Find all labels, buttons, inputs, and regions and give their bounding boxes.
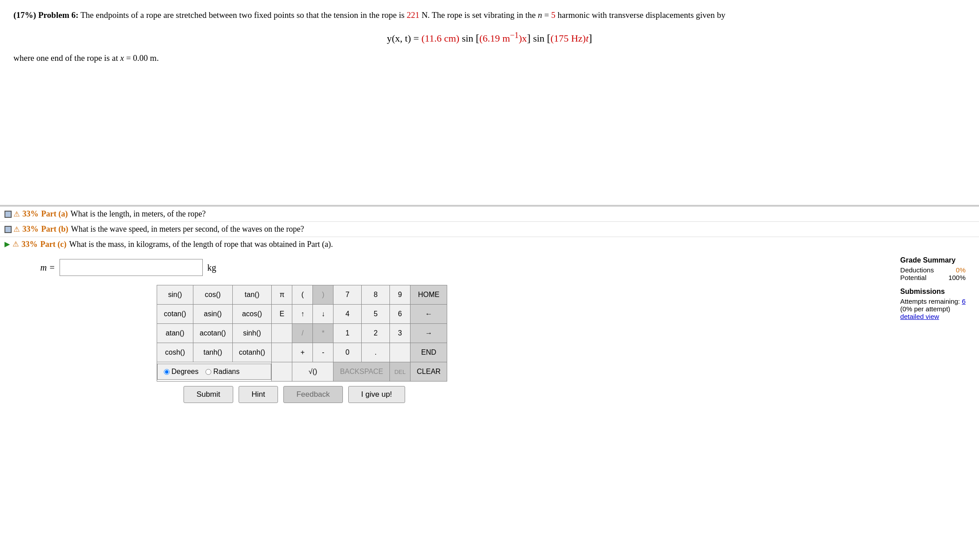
btn-empty2 [272, 343, 292, 362]
btn-divide[interactable]: / [292, 324, 312, 343]
btn-dot[interactable]: . [362, 343, 389, 362]
btn-pi[interactable]: π [272, 285, 292, 304]
btn-down[interactable]: ↓ [313, 305, 333, 323]
feedback-button[interactable]: Feedback [283, 386, 343, 403]
input-variable-label: m = [40, 263, 55, 273]
degrees-text: Degrees [171, 368, 198, 376]
btn-tan[interactable]: tan() [233, 285, 272, 304]
btn-asin[interactable]: asin() [193, 305, 232, 323]
part-b-label: Part (b) [41, 225, 68, 234]
n-label: n [538, 10, 542, 20]
btn-end[interactable]: END [410, 343, 447, 362]
btn-acotan[interactable]: acotan() [193, 324, 232, 343]
btn-6[interactable]: 6 [390, 305, 410, 323]
part-c-text: What is the mass, in kilograms, of the l… [69, 240, 333, 249]
part-a-checkbox-icon [4, 211, 12, 218]
degree-radians-row: Degrees Radians [157, 364, 271, 380]
btn-backspace[interactable]: BACKSPACE [333, 362, 389, 381]
part-b-warning-icon: ⚠ [13, 225, 20, 233]
formula-sin1: sin [459, 33, 476, 44]
grade-deductions-row: Deductions 0% [900, 266, 966, 274]
btn-sin[interactable]: sin() [157, 285, 193, 304]
calc-row-4: cosh() tanh() cotanh() + - 0 . END [157, 343, 447, 362]
radians-radio[interactable] [205, 369, 211, 375]
detail-link[interactable]: detailed view [900, 313, 939, 320]
btn-E[interactable]: E [272, 305, 292, 323]
btn-tanh[interactable]: tanh() [193, 343, 232, 362]
degrees-label[interactable]: Degrees [164, 368, 198, 376]
btn-sqrt[interactable]: √() [292, 362, 333, 381]
give-up-button[interactable]: I give up! [348, 386, 405, 403]
part-b-text: What is the wave speed, in meters per se… [71, 225, 304, 234]
formula-bracket-open: (6.19 m−1)x [479, 33, 527, 44]
btn-empty4 [272, 362, 292, 381]
part-a-label: Part (a) [41, 209, 68, 219]
btn-backspace-arrow[interactable]: ← [410, 305, 447, 323]
input-row: m = kg [40, 259, 975, 276]
btn-atan[interactable]: atan() [157, 324, 193, 343]
calc-row-3: atan() acotan() sinh() / * 1 2 3 → [157, 324, 447, 343]
n-value: 5 [551, 10, 556, 20]
calc-row-1: sin() cos() tan() π ( ) 7 8 9 HOME [157, 285, 447, 305]
btn-0[interactable]: 0 [333, 343, 361, 362]
problem-header: (17%) Problem 6: [13, 10, 78, 20]
problem-area: (17%) Problem 6: The endpoints of a rope… [0, 0, 979, 206]
btn-8[interactable]: 8 [362, 285, 389, 304]
part-b-row: ⚠ 33% Part (b) What is the wave speed, i… [0, 222, 979, 237]
btn-del[interactable]: DEL [390, 362, 410, 381]
btn-empty3 [390, 343, 410, 362]
btn-clear[interactable]: CLEAR [410, 362, 447, 381]
detail-link-row[interactable]: detailed view [900, 313, 966, 320]
calculator: sin() cos() tan() π ( ) 7 8 9 HOME cotan… [157, 285, 975, 382]
hint-button[interactable]: Hint [239, 386, 278, 403]
btn-right-arrow[interactable]: → [410, 324, 447, 343]
btn-5[interactable]: 5 [362, 305, 389, 323]
unit-label: kg [207, 263, 216, 273]
answer-input[interactable] [60, 259, 203, 276]
btn-close-paren[interactable]: ) [313, 285, 333, 304]
attempts-value[interactable]: 6 [962, 297, 966, 305]
active-part-section: Grade Summary Deductions 0% Potential 10… [0, 252, 979, 407]
submit-button[interactable]: Submit [184, 386, 233, 403]
part-a-text: What is the length, in meters, of the ro… [70, 209, 205, 219]
btn-cosh[interactable]: cosh() [157, 343, 193, 362]
attempts-label: Attempts remaining: [900, 297, 960, 305]
btn-plus[interactable]: + [292, 343, 312, 362]
submissions-section: Submissions Attempts remaining: 6 (0% pe… [900, 288, 966, 320]
btn-minus[interactable]: - [313, 343, 333, 362]
btn-sinh[interactable]: sinh() [233, 324, 272, 343]
btn-acos[interactable]: acos() [233, 305, 272, 323]
btn-9[interactable]: 9 [390, 285, 410, 304]
action-buttons: Submit Hint Feedback I give up! [184, 386, 975, 403]
btn-2[interactable]: 2 [362, 324, 389, 343]
btn-7[interactable]: 7 [333, 285, 361, 304]
btn-home[interactable]: HOME [410, 285, 447, 304]
btn-cotanh[interactable]: cotanh() [233, 343, 272, 362]
tension-value: 221 [406, 10, 419, 20]
where-text: where one end of the rope is at x = 0.00… [13, 53, 966, 63]
part-a-warning-icon: ⚠ [13, 210, 20, 218]
part-c-percent: 33% [21, 240, 38, 249]
part-a-row: ⚠ 33% Part (a) What is the length, in me… [0, 207, 979, 222]
deductions-label: Deductions [900, 266, 934, 274]
formula-bracket-mid: (175 Hz)t [551, 33, 589, 44]
btn-cos[interactable]: cos() [193, 285, 232, 304]
n-equals: = [542, 10, 551, 20]
calc-table: sin() cos() tan() π ( ) 7 8 9 HOME cotan… [157, 285, 447, 382]
btn-up[interactable]: ↑ [292, 305, 312, 323]
btn-3[interactable]: 3 [390, 324, 410, 343]
btn-cotan[interactable]: cotan() [157, 305, 193, 323]
formula-lhs: y(x, t) = [387, 33, 421, 44]
btn-1[interactable]: 1 [333, 324, 361, 343]
degrees-radio[interactable] [164, 369, 170, 375]
grade-potential-row: Potential 100% [900, 274, 966, 281]
btn-multiply[interactable]: * [313, 324, 333, 343]
btn-4[interactable]: 4 [333, 305, 361, 323]
per-attempt-row: (0% per attempt) [900, 305, 966, 313]
part-c-label: Part (c) [40, 240, 66, 249]
formula-amp: (11.6 cm) [421, 33, 459, 44]
formula-sin2: sin [530, 33, 547, 44]
btn-open-paren[interactable]: ( [292, 285, 312, 304]
part-b-checkbox-icon [4, 226, 12, 233]
radians-label[interactable]: Radians [205, 368, 239, 376]
